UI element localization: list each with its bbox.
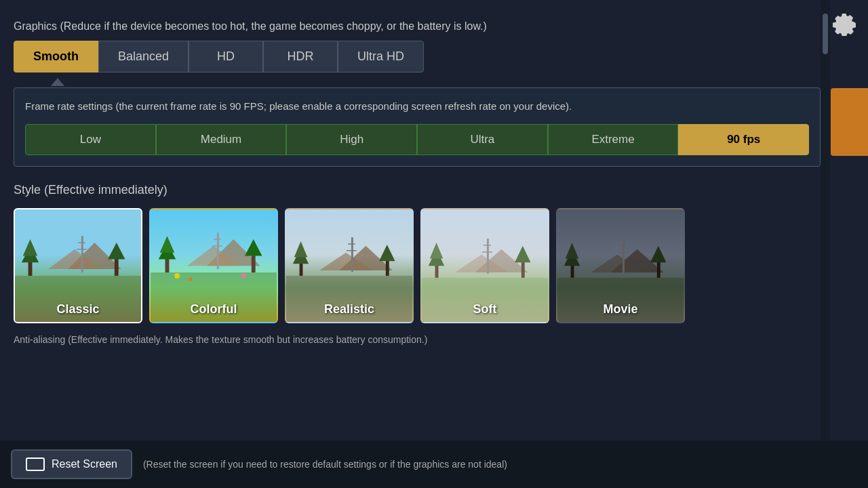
style-card-realistic-label: Realistic: [286, 302, 412, 317]
reset-screen-icon: [26, 458, 45, 471]
svg-rect-19: [217, 232, 219, 269]
fps-btn-medium[interactable]: Medium: [156, 124, 287, 155]
style-card-soft-label: Soft: [422, 302, 548, 317]
framerate-label: Frame rate settings (the current frame r…: [25, 99, 809, 115]
style-card-colorful[interactable]: Colorful: [149, 208, 278, 323]
svg-marker-41: [430, 242, 443, 258]
graphics-btn-smooth[interactable]: Smooth: [14, 41, 98, 73]
style-card-realistic[interactable]: Realistic: [285, 208, 414, 323]
style-card-colorful-label: Colorful: [151, 302, 277, 317]
svg-rect-33: [351, 237, 353, 272]
fps-btn-90fps[interactable]: 90 fps: [678, 124, 809, 155]
svg-marker-18: [245, 239, 262, 256]
scrollbar[interactable]: [821, 0, 830, 488]
antialiasing-label: Anti-aliasing (Effective immediately. Ma…: [14, 334, 821, 345]
svg-marker-43: [515, 245, 530, 262]
svg-marker-7: [108, 242, 125, 258]
svg-point-23: [189, 277, 193, 281]
right-sidebar: [831, 0, 868, 488]
style-card-classic-label: Classic: [15, 302, 141, 317]
style-card-movie[interactable]: Movie: [556, 208, 685, 323]
reset-screen-button[interactable]: Reset Screen: [11, 449, 132, 479]
svg-marker-32: [379, 244, 395, 260]
style-label: Style (Effective immediately): [14, 183, 821, 197]
svg-marker-54: [650, 245, 666, 262]
graphics-btn-balanced[interactable]: Balanced: [98, 41, 189, 73]
svg-marker-5: [23, 239, 38, 256]
reset-screen-description: (Reset the screen if you need to restore…: [143, 459, 507, 470]
svg-rect-55: [623, 239, 625, 274]
svg-rect-8: [81, 236, 83, 272]
fps-btn-high[interactable]: High: [286, 124, 417, 155]
bottom-bar: Reset Screen (Reset the screen if you ne…: [0, 441, 868, 488]
style-card-group: Classic Colorful: [14, 208, 821, 323]
graphics-button-group: Smooth Balanced HD HDR Ultra HD: [14, 41, 821, 73]
fps-btn-low[interactable]: Low: [25, 124, 156, 155]
orange-panel: [831, 88, 868, 156]
graphics-label: Graphics (Reduce if the device becomes t…: [14, 20, 821, 33]
gear-icon-container[interactable]: [827, 7, 861, 41]
framerate-section: Frame rate settings (the current frame r…: [14, 87, 821, 167]
graphics-btn-hdr[interactable]: HDR: [263, 41, 338, 73]
style-card-soft[interactable]: Soft: [420, 208, 549, 323]
svg-marker-16: [160, 236, 175, 252]
svg-rect-44: [487, 239, 489, 274]
svg-point-24: [241, 272, 246, 278]
svg-point-22: [174, 272, 180, 278]
style-card-classic[interactable]: Classic: [14, 208, 142, 323]
svg-marker-52: [566, 242, 579, 258]
fps-button-group: Low Medium High Ultra Extreme 90 fps: [25, 124, 809, 155]
svg-marker-30: [294, 241, 308, 256]
graphics-btn-hd[interactable]: HD: [189, 41, 263, 73]
fps-btn-extreme[interactable]: Extreme: [548, 124, 679, 155]
reset-screen-label: Reset Screen: [52, 458, 117, 470]
selection-arrow: [51, 78, 64, 86]
gear-icon: [832, 12, 856, 36]
graphics-btn-ultra-hd[interactable]: Ultra HD: [338, 41, 424, 73]
fps-btn-ultra[interactable]: Ultra: [417, 124, 548, 155]
style-card-movie-label: Movie: [557, 302, 684, 317]
